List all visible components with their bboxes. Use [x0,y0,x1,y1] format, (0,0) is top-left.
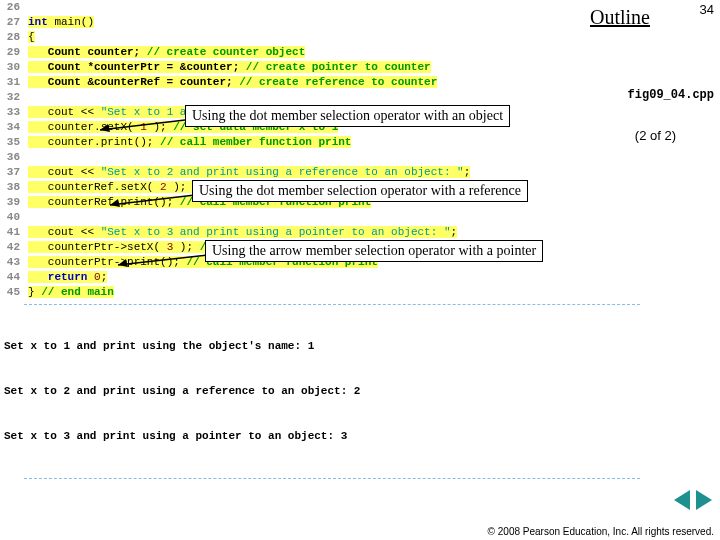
line-number: 28 [0,30,24,45]
line-number: 40 [0,210,24,225]
line-number: 32 [0,90,24,105]
line-number: 29 [0,45,24,60]
line-number: 37 [0,165,24,180]
line-number: 30 [0,60,24,75]
svg-marker-5 [118,259,128,267]
output-separator [24,478,640,479]
page-number: 34 [700,2,714,17]
line-number: 33 [0,105,24,120]
svg-line-2 [110,195,195,205]
line-number: 43 [0,255,24,270]
svg-line-4 [118,255,208,265]
arrow-icon [100,190,200,210]
line-number: 39 [0,195,24,210]
prev-slide-button[interactable] [674,490,690,510]
line-number: 27 [0,15,24,30]
figure-filename: fig09_04.cpp [628,88,714,102]
copyright-notice: © 2008 Pearson Education, Inc. All right… [488,526,714,538]
next-slide-button[interactable] [696,490,712,510]
line-number: 41 [0,225,24,240]
part-indicator: (2 of 2) [635,128,676,143]
line-number: 31 [0,75,24,90]
line-number: 44 [0,270,24,285]
svg-marker-3 [110,199,120,207]
arrow-icon [90,115,190,135]
svg-marker-1 [100,124,110,132]
slide-navigation [674,490,712,510]
line-number: 42 [0,240,24,255]
line-number: 35 [0,135,24,150]
program-output: Set x to 1 and print using the object's … [0,309,640,474]
output-separator [24,304,640,305]
callout-reference-dot: Using the dot member selection operator … [192,180,528,202]
line-number: 38 [0,180,24,195]
svg-line-0 [100,120,185,130]
callout-object-dot: Using the dot member selection operator … [185,105,510,127]
callout-pointer-arrow: Using the arrow member selection operato… [205,240,543,262]
arrow-icon [108,250,208,270]
line-number: 34 [0,120,24,135]
line-number: 45 [0,285,24,300]
line-number: 26 [0,0,24,15]
line-number: 36 [0,150,24,165]
